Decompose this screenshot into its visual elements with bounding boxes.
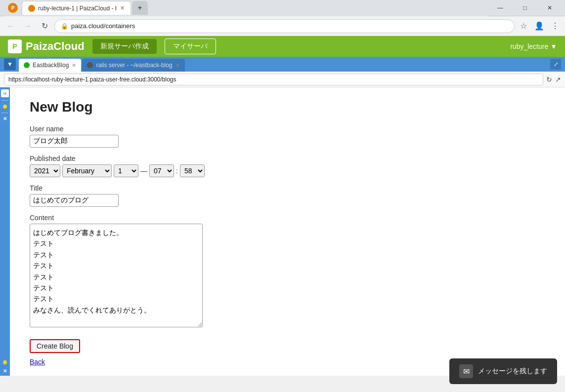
reload-button[interactable]: ↻: [38, 19, 51, 33]
title-label: Title: [30, 184, 545, 192]
inner-tab-rails[interactable]: rails server - ~/eastback-blog ✕: [82, 59, 184, 72]
colon-separator: :: [176, 167, 178, 175]
tab-favicon: [28, 5, 35, 12]
paiza-logo[interactable]: P PaizaCloud: [8, 39, 85, 53]
content-label: Content: [30, 214, 545, 222]
user-name-label: User name: [30, 125, 545, 133]
bookmark-icon[interactable]: ☆: [518, 20, 529, 32]
inner-address-bar: ↻ ↗: [0, 72, 565, 87]
minimize-button[interactable]: —: [489, 0, 512, 16]
eastback-tab-label: EastbackBlog: [33, 62, 69, 69]
title-input[interactable]: [30, 194, 119, 207]
dash-separator: —: [140, 167, 147, 175]
year-select[interactable]: 2021 2020 2022: [30, 164, 60, 177]
active-tab[interactable]: ruby-lecture-1 | PaizaCloud - Ins ✕: [22, 1, 131, 15]
tab-title: ruby-lecture-1 | PaizaCloud - Ins: [38, 5, 117, 12]
sidebar-home[interactable]: H: [1, 89, 9, 97]
paiza-logo-text: PaizaCloud: [26, 40, 85, 53]
tab-switcher[interactable]: ▼: [4, 58, 16, 70]
published-date-group: Published date 2021 2020 2022 January Fe…: [30, 155, 545, 177]
published-date-label: Published date: [30, 155, 545, 162]
inner-refresh-icon[interactable]: ↻: [546, 76, 552, 83]
new-tab-button[interactable]: +: [132, 1, 148, 15]
eastback-tab-close[interactable]: ✕: [72, 62, 76, 69]
toast-label: メッセージを残します: [478, 367, 547, 376]
sidebar-dot-1[interactable]: [3, 105, 7, 109]
user-name-input[interactable]: [30, 135, 119, 148]
create-blog-button[interactable]: Create Blog: [30, 339, 80, 353]
month-select[interactable]: January February March April May June Ju…: [62, 164, 112, 177]
sidebar-dot-2[interactable]: [3, 360, 7, 364]
eastback-favicon: [24, 62, 30, 68]
inner-tab-bar: ▼ EastbackBlog ✕ rails server - ~/eastba…: [0, 57, 565, 72]
window-controls: — □ ✕: [489, 0, 561, 16]
toast-notification[interactable]: ✉ メッセージを残します: [449, 358, 557, 384]
toast-icon: ✉: [459, 364, 473, 378]
page-title: New Blog: [30, 99, 545, 115]
content-area: New Blog User name Published date 2021 2…: [10, 87, 565, 376]
address-bar[interactable]: 🔒 paiza.cloud/containers: [54, 19, 515, 33]
inner-url-input[interactable]: [4, 74, 543, 85]
plus-icon: +: [137, 3, 142, 12]
rails-favicon: [87, 62, 93, 68]
day-select[interactable]: 1 2345 678910: [114, 164, 138, 177]
forward-nav-button[interactable]: →: [21, 19, 35, 33]
expand-icon[interactable]: ⤢: [550, 59, 561, 70]
account-icon[interactable]: 👤: [533, 20, 545, 32]
sidebar: H ✕ ✕: [0, 87, 10, 376]
lock-icon: 🔒: [61, 23, 68, 30]
date-row: 2021 2020 2022 January February March Ap…: [30, 164, 545, 177]
tab-close-icon[interactable]: ✕: [120, 5, 125, 11]
sidebar-x-2[interactable]: ✕: [3, 368, 7, 374]
content-textarea[interactable]: はじめてブログ書きました。 テスト テスト テスト テスト テスト テスト みな…: [30, 224, 203, 327]
new-server-button[interactable]: 新規サーバ作成: [92, 39, 157, 54]
browser-icon: P: [8, 3, 18, 13]
menu-icon[interactable]: ⋮: [549, 20, 561, 32]
rails-tab-close[interactable]: ✕: [175, 62, 180, 69]
back-nav-button[interactable]: ←: [4, 19, 18, 33]
user-label: ruby_lecture ▼: [510, 42, 557, 50]
user-name-group: User name: [30, 125, 545, 148]
content-group: Content はじめてブログ書きました。 テスト テスト テスト テスト テス…: [30, 214, 545, 327]
paiza-logo-icon: P: [8, 39, 22, 53]
sidebar-x-1[interactable]: ✕: [3, 116, 7, 121]
maximize-button[interactable]: □: [514, 0, 536, 16]
hour-select[interactable]: 00010203 040506 07: [149, 164, 174, 177]
rails-tab-label: rails server - ~/eastback-blog: [96, 62, 172, 69]
address-text: paiza.cloud/containers: [71, 22, 508, 30]
minute-select[interactable]: 00051015 20253035 40455055 58: [180, 164, 205, 177]
title-group: Title: [30, 184, 545, 207]
my-server-button[interactable]: マイサーバ: [165, 39, 216, 54]
paiza-header: P PaizaCloud 新規サーバ作成 マイサーバ ruby_lecture …: [0, 36, 565, 57]
close-button[interactable]: ✕: [538, 0, 561, 16]
inner-tab-eastback[interactable]: EastbackBlog ✕: [19, 59, 81, 72]
nav-bar: ← → ↻ 🔒 paiza.cloud/containers ☆ 👤 ⋮: [0, 16, 565, 36]
user-menu[interactable]: ruby_lecture ▼: [510, 42, 557, 50]
inner-external-icon[interactable]: ↗: [555, 76, 561, 83]
